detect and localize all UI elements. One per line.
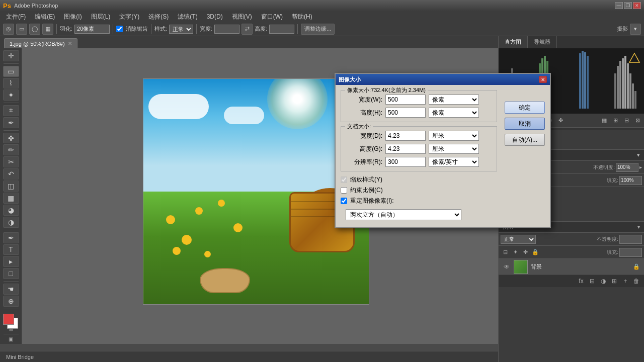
svg-rect-15 [587, 56, 589, 109]
path-collapse[interactable]: ▾ [637, 152, 640, 158]
adjust-edges-btn[interactable]: 调整边缘... [301, 24, 335, 35]
add-mask-btn[interactable]: ⊟ [588, 277, 597, 286]
menu-3d[interactable]: 3D(D) [203, 12, 227, 21]
minimize-button[interactable]: — [615, 2, 623, 9]
panel-icon-6[interactable]: ✤ [556, 116, 565, 125]
feather-input[interactable] [74, 25, 110, 34]
pixel-width-unit-select[interactable]: 像素 [429, 95, 479, 105]
antialiased-checkbox[interactable] [116, 26, 123, 32]
screen-mode-btn[interactable]: ▣ [9, 336, 13, 342]
auto-button[interactable]: 自动(A)... [505, 134, 545, 146]
resolution-input[interactable]: 300 [385, 157, 426, 167]
panel-icon-8[interactable]: ⊞ [611, 116, 620, 125]
fill-input[interactable] [619, 176, 642, 185]
window-controls[interactable]: — ❐ ✕ [615, 2, 641, 9]
resample-checkbox[interactable] [341, 198, 347, 204]
minibridge-button[interactable]: Mini Bridge [4, 354, 36, 360]
history-brush-tool[interactable]: ↶ [3, 168, 19, 179]
lock-icon-3[interactable]: ✤ [521, 248, 530, 257]
move-tool[interactable]: ✛ [3, 50, 19, 61]
image-size-dialog[interactable]: 图像大小 ✕ 像素大小:732.4K(之前为 2.34M) 宽度(W): 500… [335, 73, 551, 228]
constrain-checkbox[interactable] [341, 187, 347, 194]
panel-icon-7[interactable]: ▦ [600, 116, 609, 125]
lock-icon-4[interactable]: 🔒 [531, 248, 540, 257]
menu-help[interactable]: 帮助(H) [288, 12, 316, 22]
marquee-rect-icon[interactable]: ▭ [16, 24, 27, 35]
menu-layer[interactable]: 图层(L) [87, 12, 115, 22]
scale-styles-checkbox[interactable] [341, 176, 347, 183]
path-opacity-input[interactable] [616, 163, 638, 172]
heal-tool[interactable]: ✤ [3, 133, 19, 144]
marquee-tool[interactable]: ▭ [3, 66, 19, 77]
blur-tool[interactable]: ◕ [3, 205, 19, 216]
ok-button[interactable]: 确定 [505, 102, 545, 114]
restore-button[interactable]: ❐ [624, 2, 632, 9]
menu-file[interactable]: 文件(F) [2, 12, 30, 22]
marquee-extra-icon[interactable]: ▦ [42, 24, 53, 35]
menu-filter[interactable]: 滤镜(T) [174, 12, 201, 22]
menu-edit[interactable]: 编辑(E) [31, 12, 59, 22]
pixel-width-input[interactable]: 500 [385, 95, 426, 105]
menu-text[interactable]: 文字(Y) [115, 12, 143, 22]
pen-tool[interactable]: ✒ [3, 232, 19, 243]
adjustment-btn[interactable]: ◑ [599, 277, 608, 286]
menu-select[interactable]: 选择(S) [144, 12, 173, 22]
marquee-ellipse-icon[interactable]: ◯ [29, 24, 40, 35]
cancel-button[interactable]: 取消 [505, 118, 545, 130]
layers-expand-btn[interactable]: ▾ [637, 224, 640, 230]
menu-image[interactable]: 图像(I) [60, 12, 86, 22]
menu-window[interactable]: 窗口(W) [257, 12, 287, 22]
pixel-height-unit-select[interactable]: 像素 [429, 108, 479, 118]
zoom-tool[interactable]: ⊕ [3, 296, 19, 307]
doc-height-unit-select[interactable]: 厘米 [429, 144, 479, 154]
blend-mode-select[interactable]: 正常 [501, 235, 536, 244]
opacity-input[interactable]: 100% [619, 235, 642, 244]
dialog-close-btn[interactable]: ✕ [539, 76, 547, 83]
shape-tool[interactable]: □ [3, 268, 19, 279]
group-btn[interactable]: ⊞ [610, 277, 619, 286]
path-select-tool[interactable]: ▸ [3, 256, 19, 267]
menu-view[interactable]: 视图(V) [228, 12, 256, 22]
fx-btn[interactable]: fx [577, 277, 586, 286]
fill-input-2[interactable]: 100% [619, 248, 642, 257]
gradient-tool[interactable]: ▦ [3, 193, 19, 204]
panel-icon-10[interactable]: ⊠ [633, 116, 642, 125]
lasso-tool[interactable]: ⌇ [3, 78, 19, 89]
brush-tool[interactable]: ✏ [3, 144, 19, 155]
delete-layer-btn[interactable]: 🗑 [632, 277, 641, 286]
document-tab[interactable]: 1.jpg @ 50%(RGB/8#) ✕ [4, 38, 77, 48]
height-input[interactable] [269, 25, 294, 34]
tool-options-icon[interactable]: ◎ [3, 24, 14, 35]
layer-visibility-icon[interactable]: 👁 [503, 263, 511, 270]
type-tool[interactable]: T [3, 244, 19, 255]
navigator-tab[interactable]: 导航器 [528, 36, 557, 48]
resample-method-select[interactable]: 两次立方（自动） [346, 209, 461, 220]
lock-icon-2[interactable]: ✦ [511, 248, 520, 257]
eraser-tool[interactable]: ◫ [3, 180, 19, 192]
width-input[interactable] [214, 25, 239, 34]
style-select[interactable]: 正常 [169, 25, 193, 34]
swap-icon[interactable]: ⇄ [242, 24, 253, 35]
doc-width-unit-select[interactable]: 厘米 [429, 131, 479, 141]
histogram-tab[interactable]: 直方图 [499, 36, 528, 48]
clone-tool[interactable]: ✂ [3, 156, 19, 167]
eyedropper-tool[interactable]: ✒ [3, 117, 19, 128]
foreground-color-swatch[interactable] [3, 314, 14, 325]
resolution-unit-select[interactable]: 像素/英寸 [429, 157, 479, 167]
dodge-tool[interactable]: ◑ [3, 217, 19, 228]
doc-width-input[interactable]: 4.23 [385, 131, 426, 141]
layer-row[interactable]: 👁 背景 🔒 [499, 259, 644, 275]
camera-icon[interactable]: ▾ [630, 24, 641, 35]
magic-wand-tool[interactable]: ✦ [3, 89, 19, 101]
hand-tool[interactable]: ☚ [3, 284, 19, 295]
close-button[interactable]: ✕ [633, 2, 641, 9]
pixel-height-input[interactable]: 500 [385, 108, 426, 118]
lock-icon-1[interactable]: ⊟ [501, 248, 510, 257]
svg-rect-18 [619, 61, 621, 109]
crop-tool[interactable]: ⌗ [3, 105, 19, 116]
doc-height-input[interactable]: 4.23 [385, 144, 426, 154]
tab-close-btn[interactable]: ✕ [68, 41, 72, 46]
color-swatches[interactable] [2, 313, 20, 325]
panel-icon-9[interactable]: ⊟ [622, 116, 631, 125]
new-layer-btn[interactable]: + [621, 277, 630, 286]
